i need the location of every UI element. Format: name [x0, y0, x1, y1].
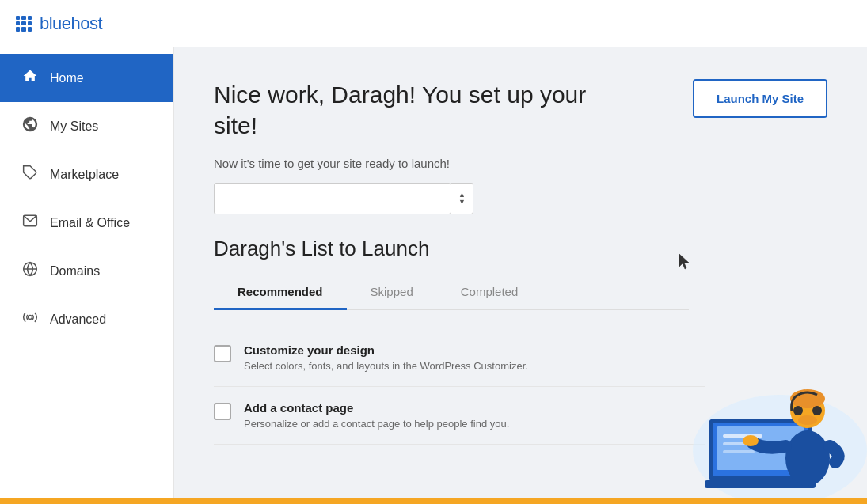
top-bar: bluehost: [0, 0, 867, 47]
check-title-customize-design: Customize your design: [244, 343, 528, 357]
logo-area: bluehost: [16, 13, 102, 34]
logo-text: bluehost: [40, 13, 102, 34]
check-title-add-contact-page: Add a contact page: [244, 401, 509, 415]
sidebar-label-home: Home: [50, 71, 84, 85]
checkbox-customize-design[interactable]: [214, 345, 231, 362]
sidebar-label-email-office: Email & Office: [50, 216, 130, 230]
site-selector-wrapper: ▲ ▼: [214, 183, 827, 214]
bottom-bar: [0, 498, 867, 504]
list-title: Daragh's List to Launch: [214, 237, 827, 261]
welcome-title: Nice work, Daragh! You set up your site!: [214, 79, 610, 141]
advanced-icon: [21, 309, 39, 329]
sidebar-item-marketplace[interactable]: Marketplace: [0, 150, 173, 199]
tab-skipped[interactable]: Skipped: [347, 275, 437, 310]
svg-rect-12: [723, 450, 755, 453]
svg-point-19: [793, 406, 803, 415]
svg-point-14: [785, 430, 830, 486]
wordpress-icon: [21, 116, 39, 136]
sidebar-item-my-sites[interactable]: My Sites: [0, 102, 173, 150]
check-content-add-contact-page: Add a contact page Personalize or add a …: [244, 401, 509, 430]
content-header: Nice work, Daragh! You set up your site!…: [214, 79, 827, 141]
tabs-container: Recommended Skipped Completed: [214, 275, 689, 310]
sidebar-item-home[interactable]: Home: [0, 54, 173, 102]
logo-grid-icon: [16, 16, 32, 32]
sidebar: Home My Sites Marketplace: [0, 47, 174, 498]
svg-point-17: [798, 415, 817, 425]
svg-point-5: [29, 316, 32, 320]
svg-point-20: [812, 406, 822, 415]
sidebar-item-advanced[interactable]: Advanced: [0, 295, 173, 343]
check-desc-add-contact-page: Personalize or add a contact page to hel…: [244, 418, 509, 430]
tab-completed[interactable]: Completed: [437, 275, 542, 310]
domains-icon: [21, 261, 39, 281]
dropdown-arrows[interactable]: ▲ ▼: [451, 183, 473, 214]
arrow-down-icon: ▼: [458, 199, 466, 206]
marketplace-icon: [21, 165, 39, 184]
sidebar-label-my-sites: My Sites: [50, 119, 98, 134]
check-item-customize-design: Customize your design Select colors, fon…: [214, 329, 705, 387]
checkbox-add-contact-page[interactable]: [214, 403, 231, 420]
sidebar-label-marketplace: Marketplace: [50, 168, 119, 182]
sidebar-item-email-office[interactable]: Email & Office: [0, 199, 173, 247]
check-item-add-contact-page: Add a contact page Personalize or add a …: [214, 387, 705, 445]
main-content: Nice work, Daragh! You set up your site!…: [174, 47, 867, 498]
sidebar-item-domains[interactable]: Domains: [0, 247, 173, 295]
checklist: Customize your design Select colors, fon…: [214, 329, 705, 445]
home-icon: [21, 68, 39, 88]
check-desc-customize-design: Select colors, fonts, and layouts in the…: [244, 360, 528, 372]
site-selector-dropdown[interactable]: [214, 183, 451, 214]
tab-recommended[interactable]: Recommended: [214, 275, 347, 310]
email-icon: [21, 213, 39, 233]
sidebar-label-domains: Domains: [50, 264, 100, 279]
launch-site-button[interactable]: Launch My Site: [693, 79, 827, 118]
subtitle-text: Now it's time to get your site ready to …: [214, 157, 827, 170]
svg-point-18: [743, 435, 759, 446]
check-content-customize-design: Customize your design Select colors, fon…: [244, 343, 528, 372]
sidebar-label-advanced: Advanced: [50, 313, 106, 327]
illustration: [661, 324, 867, 498]
main-layout: Home My Sites Marketplace: [0, 47, 867, 498]
